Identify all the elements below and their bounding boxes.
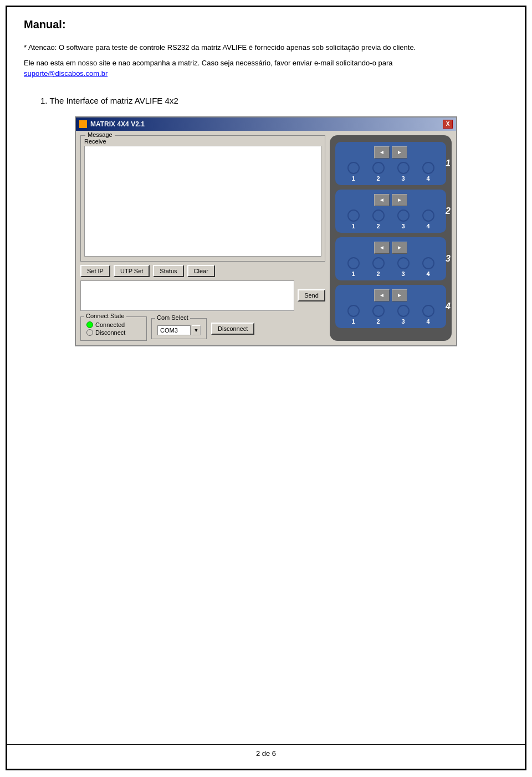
input-circle-row-4-4[interactable] xyxy=(422,305,434,317)
disconnect-button[interactable]: Disconnect xyxy=(211,323,254,335)
nav-right-row-1[interactable]: ► xyxy=(392,146,407,159)
input-label-row-2-3: 3 xyxy=(401,223,405,229)
nav-btns-row-1: ◄► xyxy=(341,146,441,159)
input-circle-row-2-4[interactable] xyxy=(422,209,434,222)
input-circle-row-2-1[interactable] xyxy=(347,209,360,222)
nav-btns-row-4: ◄► xyxy=(341,289,441,301)
input-wrap-row-3-input-3: 3 xyxy=(397,257,410,277)
input-label-row-1-4: 4 xyxy=(426,175,429,182)
connected-radio[interactable]: Connected xyxy=(86,321,141,328)
send-btn-wrap: Send xyxy=(298,280,325,311)
input-label-row-2-4: 4 xyxy=(426,223,429,229)
matrix-panel: 1◄►12342◄►12343◄►12344◄►1234 xyxy=(330,135,452,341)
input-circle-row-3-3[interactable] xyxy=(397,257,410,269)
input-circle-row-4-1[interactable] xyxy=(347,305,360,317)
disconnect-radio[interactable]: Disconnect xyxy=(86,329,141,336)
nav-left-row-2[interactable]: ◄ xyxy=(374,194,390,206)
input-btns-row-2: 1234 xyxy=(341,209,441,229)
input-wrap-row-2-input-4: 4 xyxy=(422,209,434,229)
input-label-row-1-1: 1 xyxy=(351,175,355,182)
page-title: Manual: xyxy=(24,18,508,31)
input-wrap-row-3-input-4: 4 xyxy=(422,257,434,277)
page-border: Manual: * Atencao: O software para teste… xyxy=(6,6,526,770)
status-button[interactable]: Status xyxy=(153,265,183,277)
dropdown-arrow[interactable]: ▼ xyxy=(192,325,201,335)
row-number-2: 2 xyxy=(446,206,451,216)
email-link[interactable]: suporte@discabos.com.br xyxy=(24,69,108,78)
input-btns-row-3: 1234 xyxy=(341,257,441,277)
input-circle-row-3-4[interactable] xyxy=(422,257,434,269)
input-wrap-row-4-input-4: 4 xyxy=(422,305,434,325)
input-label-row-2-2: 2 xyxy=(376,223,380,229)
app-title: MATRIX 4X4 V2.1 xyxy=(90,120,145,128)
input-circle-row-1-3[interactable] xyxy=(397,162,410,174)
input-btns-row-1: 1234 xyxy=(341,162,441,182)
input-label-row-3-2: 2 xyxy=(376,270,380,277)
com-select-group: Com Select COM3 ▼ xyxy=(151,318,207,339)
section-heading: 1. The Interface of matriz AVLIFE 4x2 xyxy=(40,96,508,105)
page-footer: 2 de 6 xyxy=(7,744,525,758)
input-circle-row-2-2[interactable] xyxy=(372,209,385,222)
input-wrap-row-1-input-1: 1 xyxy=(347,162,360,182)
input-wrap-row-4-input-2: 2 xyxy=(372,305,385,325)
left-panel: Message Receive Set IP UTP Set Status Cl… xyxy=(80,135,325,341)
com-select-label: Com Select xyxy=(155,314,190,321)
nav-left-row-4[interactable]: ◄ xyxy=(374,289,390,301)
receive-textarea[interactable] xyxy=(84,146,321,257)
input-wrap-row-1-input-3: 3 xyxy=(397,162,410,182)
connect-state-label: Connect State xyxy=(84,313,126,319)
input-wrap-row-2-input-1: 1 xyxy=(347,209,360,229)
input-circle-row-2-3[interactable] xyxy=(397,209,410,222)
input-circle-row-4-3[interactable] xyxy=(397,305,410,317)
connected-indicator xyxy=(86,321,93,328)
input-label-row-3-3: 3 xyxy=(401,270,405,277)
input-circle-row-3-2[interactable] xyxy=(372,257,385,269)
input-circle-row-4-2[interactable] xyxy=(372,305,385,317)
button-row: Set IP UTP Set Status Clear xyxy=(80,265,325,277)
com-select-row: COM3 ▼ xyxy=(157,325,201,335)
input-circle-row-1-4[interactable] xyxy=(422,162,434,174)
close-button[interactable]: X xyxy=(443,120,453,129)
input-wrap-row-3-input-2: 2 xyxy=(372,257,385,277)
input-label-row-4-1: 1 xyxy=(351,318,355,325)
input-wrap-row-4-input-3: 3 xyxy=(397,305,410,325)
matrix-row-1: 1◄►1234 xyxy=(335,142,446,185)
send-button[interactable]: Send xyxy=(298,289,325,301)
app-body: Message Receive Set IP UTP Set Status Cl… xyxy=(76,131,456,345)
send-textarea[interactable] xyxy=(80,280,294,311)
nav-left-row-1[interactable]: ◄ xyxy=(374,146,390,159)
message-group: Message Receive xyxy=(80,135,325,262)
nav-btns-row-2: ◄► xyxy=(341,194,441,206)
nav-right-row-2[interactable]: ► xyxy=(392,194,407,206)
connect-state-group: Connect State Connected Disconnect xyxy=(80,316,147,341)
utp-set-button[interactable]: UTP Set xyxy=(114,265,150,277)
nav-right-row-4[interactable]: ► xyxy=(392,289,407,301)
row-number-4: 4 xyxy=(446,301,451,311)
input-wrap-row-2-input-2: 2 xyxy=(372,209,385,229)
input-wrap-row-2-input-3: 3 xyxy=(397,209,410,229)
connected-label: Connected xyxy=(95,321,125,328)
input-label-row-2-1: 1 xyxy=(351,223,355,229)
input-label-row-1-3: 3 xyxy=(401,175,405,182)
clear-button[interactable]: Clear xyxy=(187,265,215,277)
input-wrap-row-3-input-1: 1 xyxy=(347,257,360,277)
input-wrap-row-1-input-4: 4 xyxy=(422,162,434,182)
input-label-row-3-4: 4 xyxy=(426,270,429,277)
input-label-row-3-1: 1 xyxy=(351,270,355,277)
matrix-row-2: 2◄►1234 xyxy=(335,190,446,233)
app-window: MATRIX 4X4 V2.1 X Message Receive Set IP… xyxy=(75,116,457,346)
row-number-1: 1 xyxy=(446,159,451,168)
input-circle-row-1-1[interactable] xyxy=(347,162,360,174)
input-circle-row-1-2[interactable] xyxy=(372,162,385,174)
disconnect-label: Disconnect xyxy=(95,329,125,336)
input-label-row-4-4: 4 xyxy=(426,318,429,325)
intro-text-1: * Atencao: O software para teste de cont… xyxy=(24,42,508,53)
nav-right-row-3[interactable]: ► xyxy=(392,242,407,254)
input-wrap-row-1-input-2: 2 xyxy=(372,162,385,182)
input-circle-row-3-1[interactable] xyxy=(347,257,360,269)
set-ip-button[interactable]: Set IP xyxy=(80,265,110,277)
send-area: Send xyxy=(80,280,325,311)
nav-left-row-3[interactable]: ◄ xyxy=(374,242,390,254)
matrix-row-3: 3◄►1234 xyxy=(335,237,446,280)
receive-label: Receive xyxy=(84,138,321,145)
